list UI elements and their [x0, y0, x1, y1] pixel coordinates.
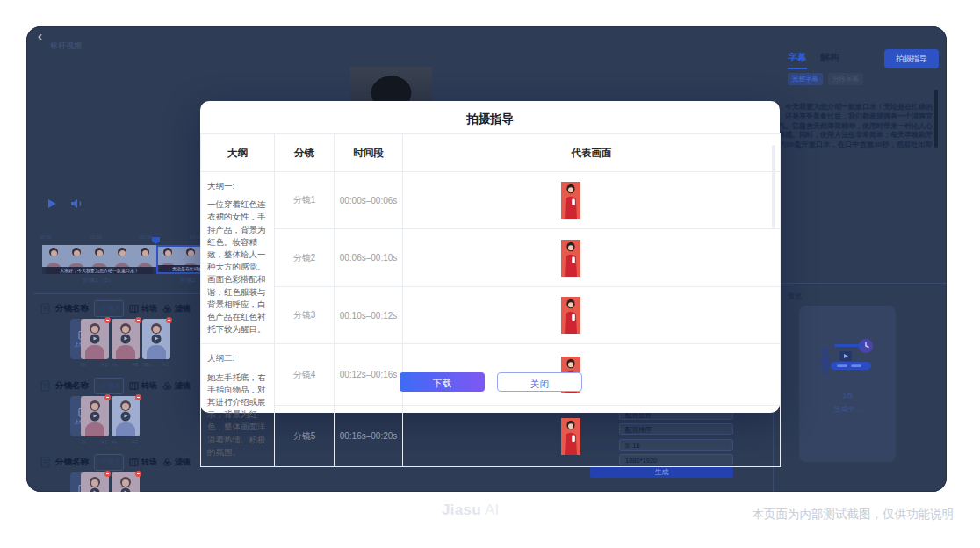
play-overlay-icon[interactable]: [90, 488, 100, 493]
representative-frame-image: [561, 182, 580, 219]
storyboard-section-header: 分镜名称分镜3转场滤镜: [40, 378, 191, 394]
section-name-input[interactable]: 分镜2: [94, 300, 124, 317]
shot-cell: 分镜3: [275, 286, 335, 344]
timeline-tick: 00:02: [90, 234, 102, 240]
remove-clip-badge[interactable]: [135, 471, 141, 477]
playhead[interactable]: [152, 237, 160, 244]
filter-button[interactable]: 滤镜: [162, 303, 191, 314]
remove-clip-badge[interactable]: [104, 471, 111, 477]
play-overlay-icon[interactable]: [90, 412, 100, 422]
clip-thumbnail[interactable]: [81, 319, 109, 359]
table-row: 大纲一:一位穿着红色连衣裙的女性，手持产品，背景为红色。妆容精致，整体给人一种大…: [201, 172, 781, 229]
generate-button[interactable]: 生成: [590, 467, 733, 478]
transition-button[interactable]: 转场: [129, 380, 157, 392]
transition-button[interactable]: 转场: [129, 303, 157, 314]
timeline-tick: 00:00: [40, 234, 52, 240]
remove-clip-badge[interactable]: [166, 317, 172, 323]
frame-cell: [403, 172, 781, 229]
clip-time-label: 10s: [142, 362, 151, 367]
clip-thumbnail[interactable]: [81, 396, 109, 436]
remove-clip-badge[interactable]: [104, 317, 111, 323]
page-title: 标杆视频: [50, 40, 82, 52]
chip-分段字幕[interactable]: 分段字幕: [828, 73, 863, 85]
preview-panel-title: 预览: [788, 292, 802, 301]
remove-clip-badge[interactable]: [104, 394, 111, 400]
disclaimer-text: 本页面为内部测试截图，仅供功能说明: [753, 507, 955, 523]
modal-scrollbar[interactable]: [772, 145, 775, 228]
generation-status: 生成中...: [799, 404, 896, 414]
play-overlay-icon[interactable]: [121, 412, 131, 422]
shooting-guide-button[interactable]: 拍摄指导: [884, 49, 939, 68]
clip-tag-label: A2: [132, 362, 138, 367]
chip-完整字幕[interactable]: 完整字幕: [788, 73, 823, 85]
subtitle-full-text: 大家好，今天我要为您介绍一款漱口水！无论是在忙碌的工作中，还是享受美食过后，我们…: [757, 103, 933, 160]
play-overlay-icon[interactable]: [90, 335, 100, 344]
representative-frame-image: [561, 418, 580, 455]
segment-1-label: 分镜1（5）: [72, 276, 125, 285]
table-row: 大纲二:她左手托底，右手指向物品，对其进行介绍或展示，背景为红色，整体画面洋溢着…: [201, 344, 781, 406]
frame-cell: [403, 406, 781, 467]
filter-button[interactable]: 滤镜: [162, 457, 191, 468]
time-cell: 00:00s–00:06s: [335, 172, 403, 229]
subtitle-scrollbar[interactable]: [934, 90, 938, 148]
outline-cell: 大纲一:一位穿着红色连衣裙的女性，手持产品，背景为红色。妆容精致，整体给人一种大…: [201, 172, 275, 344]
clip-thumbnail[interactable]: [142, 319, 170, 359]
frame-cell: [403, 286, 781, 344]
close-button[interactable]: 关闭: [497, 372, 582, 392]
clip-thumbnail[interactable]: [81, 472, 109, 492]
clip-tag-label: A1: [101, 362, 107, 367]
modal-title: 拍摄指导: [200, 101, 780, 127]
transition-icon: [129, 381, 139, 391]
section-name-input[interactable]: 分镜3: [94, 378, 124, 394]
timeline-segment-1[interactable]: 大家好，今天我要为您介绍一款漱口水！: [42, 245, 156, 274]
clip-time-label: 0s: [81, 362, 86, 367]
outline-text: 一位穿着红色连衣裙的女性，手持产品，背景为红色。妆容精致，整体给人一种大方的感觉…: [207, 198, 268, 335]
clip-tag-label: A2: [132, 439, 138, 444]
subtitle-mode-chips: 完整字幕分段字幕: [788, 73, 863, 85]
segment-2-label: 分镜2: [180, 276, 196, 285]
shooting-guide-modal: 拍摄指导 大纲分镜时间段代表画面 大纲一:一位穿着红色连衣裙的女性，手持产品，背…: [200, 101, 780, 413]
table-row: 分镜200:06s–00:10s: [201, 229, 781, 286]
remove-clip-badge[interactable]: [135, 317, 141, 323]
transition-icon: [129, 458, 139, 467]
table-header-时间段: 时间段: [335, 134, 403, 172]
clip-thumbnail[interactable]: [112, 319, 140, 359]
back-button[interactable]: ‹: [38, 28, 42, 43]
storyboard-doc-icon: [40, 457, 50, 468]
brand-bold: Jiasu: [442, 501, 481, 518]
time-cell: 00:12s–00:16s: [335, 344, 403, 406]
section-name-label: 分镜名称: [55, 380, 89, 392]
play-overlay-icon[interactable]: [152, 335, 162, 344]
storyboard-section-header: 分镜名称分镜3转场滤镜: [40, 454, 191, 471]
clip-thumbnail[interactable]: [112, 396, 140, 436]
section-name-label: 分镜名称: [55, 303, 89, 314]
time-cell: 00:16s–00:20s: [335, 406, 403, 467]
play-button[interactable]: [47, 198, 57, 209]
storyboard-section-header: 分镜名称分镜2转场滤镜: [40, 300, 191, 317]
shot-cell: 分镜1: [275, 172, 335, 229]
transition-button[interactable]: 转场: [129, 457, 157, 468]
shooting-guide-table: 大纲分镜时间段代表画面 大纲一:一位穿着红色连衣裙的女性，手持产品，背景为红色。…: [200, 133, 781, 467]
filter-icon: [162, 381, 172, 391]
tab-解构[interactable]: 解构: [820, 51, 839, 69]
representative-frame-image: [561, 240, 580, 277]
play-overlay-icon[interactable]: [121, 488, 131, 493]
tab-字幕[interactable]: 字幕: [788, 51, 807, 69]
download-button[interactable]: 下载: [400, 372, 485, 392]
representative-frame-image: [561, 297, 580, 334]
outline-text: 她左手托底，右手指向物品，对其进行介绍或展示，背景为红色，整体画面洋溢着热情、积…: [207, 371, 268, 458]
clip-time-label: 4s: [112, 439, 117, 444]
remove-clip-badge[interactable]: [135, 394, 141, 400]
shot-cell: 分镜2: [275, 229, 335, 286]
filter-button[interactable]: 滤镜: [162, 380, 191, 392]
volume-icon[interactable]: [70, 198, 83, 209]
clip-time-label: 3s: [81, 439, 86, 444]
storyboard-doc-icon: [40, 303, 50, 314]
frame-cell: [403, 229, 781, 286]
play-overlay-icon[interactable]: [121, 335, 131, 344]
clip-tag-label: A1: [101, 439, 107, 444]
clip-thumbnail[interactable]: [112, 472, 140, 492]
section-name-input[interactable]: 分镜3: [94, 454, 124, 471]
time-cell: 00:10s–00:12s: [335, 286, 403, 344]
clip-tag-label: A3: [162, 362, 169, 367]
